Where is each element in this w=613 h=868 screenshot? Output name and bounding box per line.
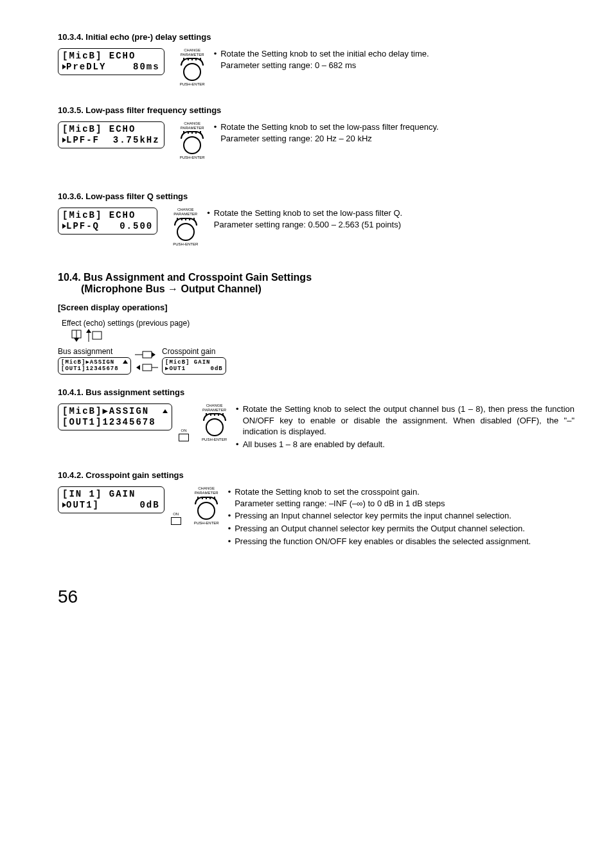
on-off-button: ON: [179, 429, 189, 441]
knob-push-label: PUSH-ENTER: [194, 521, 219, 525]
lcd-10-3-5: [MicB] ECHO LPF-F 3.75kHz: [58, 121, 164, 148]
section-10-4-title: 10.4. Bus Assignment and Crosspoint Gain…: [58, 272, 574, 295]
lcd-10-4-1: [MicB]▶ASSIGN [OUT1]12345678: [58, 403, 172, 430]
svg-marker-4: [86, 329, 91, 333]
bullet-icon: •: [236, 439, 239, 450]
knob-label: PARAMETER: [181, 126, 204, 130]
bus-assign-caption: Bus assignment: [58, 347, 131, 356]
heading-line: 10.4. Bus Assignment and Crosspoint Gain…: [58, 272, 312, 283]
horiz-arrows-icon: [134, 349, 159, 375]
knob-push-label: PUSH-ENTER: [173, 242, 198, 246]
prev-page-caption: Effect (echo) settings (previous page): [62, 319, 574, 328]
lcd-line: [MicB] ECHO: [62, 210, 136, 220]
bullet-icon: •: [236, 403, 239, 438]
nav-diagram: Effect (echo) settings (previous page) B…: [58, 319, 574, 375]
lcd-line: OUT1] 0dB: [66, 500, 160, 510]
lcd-line: [OUT1]12345678: [62, 417, 156, 427]
lcd-bus-assign-small: [MicB]▶ASSIGN [OUT1]12345678: [58, 357, 131, 375]
lcd-10-3-6: [MicB] ECHO LPF-Q 0.500: [58, 208, 157, 235]
desc-text: Rotate the Setting knob to set the initi…: [220, 49, 429, 58]
on-off-button: ON: [171, 512, 181, 525]
crosspoint-gain-caption: Crosspoint gain: [162, 347, 226, 356]
svg-rect-9: [143, 364, 152, 371]
section-10-3-5-title: 10.3.5. Low-pass filter frequency settin…: [58, 105, 574, 115]
section-10-3-4-title: 10.3.4. Initial echo (pre-) delay settin…: [58, 32, 574, 42]
svg-rect-5: [93, 332, 102, 339]
page-number: 56: [58, 587, 574, 607]
up-arrow-icon: [163, 409, 168, 413]
on-label: ON: [181, 429, 187, 432]
lcd-line: [MicB] GAIN: [165, 359, 210, 366]
knob-push-label: PUSH-ENTER: [202, 438, 227, 441]
knob-label: PARAMETER: [195, 491, 218, 495]
svg-marker-10: [136, 365, 140, 370]
screen-display-ops: [Screen display operations]: [58, 303, 574, 312]
lcd-line: [IN 1] GAIN: [62, 489, 136, 499]
desc-text: Parameter setting range: 0.500 – 2.563 (…: [214, 220, 401, 229]
heading-line: (Microphone Bus → Output Channel): [81, 283, 262, 294]
desc-text: Parameter setting range: –INF (–∞) to 0 …: [235, 499, 445, 508]
lcd-10-3-4: [MicB] ECHO PreDLY 80ms: [58, 48, 164, 75]
desc-text: Rotate the Setting knob to select the ou…: [243, 403, 574, 438]
lcd-line: LPF-F 3.75kHz: [66, 135, 160, 145]
svg-rect-6: [143, 351, 152, 358]
bullet-icon: •: [228, 486, 231, 509]
setting-knob: CHANGEPARAMETER PUSH-ENTER: [180, 48, 205, 86]
bullet-icon: •: [207, 208, 210, 230]
nav-arrows-icon: [71, 329, 109, 344]
desc-text: Rotate the Setting knob to set the cross…: [235, 487, 420, 497]
lcd-line: LPF-Q 0.500: [66, 221, 153, 231]
knob-label: PARAMETER: [173, 212, 197, 216]
svg-marker-8: [152, 352, 155, 357]
lcd-line: PreDLY 80ms: [66, 62, 160, 72]
up-arrow-icon: [123, 360, 128, 364]
bullet-icon: •: [228, 536, 231, 547]
lcd-line: [MicB] ECHO: [62, 51, 136, 61]
section-10-3-6-title: 10.3.6. Low-pass filter Q settings: [58, 191, 574, 201]
knob-label: CHANGE: [184, 121, 200, 125]
bullet-icon: •: [228, 523, 231, 535]
bullet-icon: •: [214, 48, 217, 71]
setting-knob: CHANGEPARAMETER PUSH-ENTER: [202, 403, 227, 441]
bullet-icon: •: [228, 510, 231, 522]
setting-knob: CHANGEPARAMETER PUSH-ENTER: [173, 208, 198, 245]
lcd-line: [MicB] ECHO: [62, 124, 136, 134]
desc-text: Rotate the Setting knob to set the low-p…: [214, 208, 402, 218]
bullet-icon: •: [214, 121, 217, 144]
lcd-line: [MicB]▶ASSIGN: [61, 359, 114, 366]
lcd-10-4-2: [IN 1] GAIN OUT1] 0dB: [58, 486, 164, 513]
setting-knob: CHANGEPARAMETER PUSH-ENTER: [180, 121, 205, 159]
knob-label: PARAMETER: [181, 53, 204, 57]
svg-marker-1: [74, 338, 79, 342]
lcd-crosspoint-small: [MicB] GAIN ▶OUT1 0dB: [162, 357, 226, 375]
desc-text: All buses 1 – 8 are enabled by default.: [243, 439, 385, 450]
knob-label: CHANGE: [206, 403, 223, 407]
setting-knob: CHANGEPARAMETER PUSH-ENTER: [194, 486, 219, 524]
section-10-4-2-title: 10.4.2. Crosspoint gain settings: [58, 470, 574, 480]
knob-label: CHANGE: [184, 48, 200, 52]
on-label: ON: [173, 512, 179, 516]
knob-label: PARAMETER: [202, 408, 226, 412]
desc-text: Parameter setting range: 0 – 682 ms: [220, 60, 356, 70]
section-10-4-1-title: 10.4.1. Bus assignment settings: [58, 387, 574, 397]
desc-text: Pressing the function ON/OFF key enables…: [235, 536, 531, 547]
desc-text: Pressing an Output channel selector key …: [235, 523, 525, 535]
knob-push-label: PUSH-ENTER: [180, 82, 205, 86]
knob-label: CHANGE: [198, 486, 215, 490]
lcd-line: [OUT1]12345678: [61, 366, 119, 372]
lcd-line: [MicB]▶ASSIGN: [62, 406, 149, 416]
desc-text: Pressing an Input channel selector key p…: [235, 510, 511, 522]
knob-push-label: PUSH-ENTER: [180, 155, 205, 159]
knob-label: CHANGE: [177, 208, 194, 211]
desc-text: Parameter setting range: 20 Hz – 20 kHz: [220, 134, 372, 143]
desc-text: Rotate the Setting knob to set the low-p…: [220, 122, 438, 132]
lcd-line: ▶OUT1 0dB: [165, 366, 223, 372]
